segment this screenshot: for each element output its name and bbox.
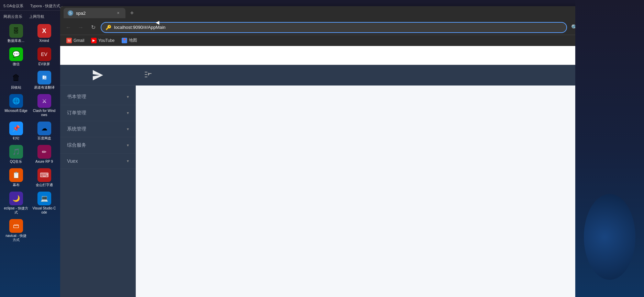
taskbar-item-typora[interactable]: Typora - 快捷方式	[30, 3, 60, 9]
sidebar-item-label-system: 系统管理	[67, 126, 86, 132]
desktop-right	[575, 0, 644, 297]
new-tab-button[interactable]: +	[127, 8, 137, 18]
desktop-icon-dingtalk[interactable]: 📌 钉钉	[3, 120, 29, 142]
tab-title: spa2	[76, 11, 112, 16]
sidebar-item-vuex[interactable]: Vuex ▾	[60, 153, 136, 169]
desktop-icon-recycle[interactable]: 🗑 回收站	[3, 69, 29, 91]
paper-plane-icon	[91, 68, 105, 82]
sidebar-collapse-button[interactable]	[143, 70, 154, 81]
icon-label-navicat: navicat - 快捷方式	[4, 234, 28, 242]
url-text: localhost:9090/#/AppMain	[114, 25, 562, 30]
secure-icon: 🔑	[106, 25, 111, 30]
icon-label-wechat: 微信	[13, 62, 20, 66]
icon-label-ev: EV录屏	[38, 62, 50, 66]
svg-marker-5	[148, 72, 149, 76]
desktop-icon-jinshan[interactable]: ⌨ 金山打字通	[31, 167, 57, 189]
browser-tab-active[interactable]: S spa2 ×	[64, 8, 125, 18]
map-favicon: 📍	[122, 38, 127, 43]
taskbar-item-music[interactable]: 网易云音乐	[3, 14, 22, 19]
icon-label-qqmusic: QQ音乐	[10, 160, 22, 164]
taskbar-item-nav[interactable]: 上网导航	[29, 14, 44, 19]
icon-label-axure: Axure RP 9	[35, 160, 53, 164]
icon-label-db: 数据库表...	[8, 39, 24, 43]
svg-marker-0	[93, 70, 103, 80]
browser-window: S spa2 × + ⌄ ─ □ × ← → ↻ 🔑 localhost:909…	[60, 6, 644, 297]
desktop-icon-navicat[interactable]: 🗃 navicat - 快捷方式	[3, 218, 29, 243]
tab-favicon: S	[68, 10, 73, 16]
sidebar-item-label-vuex: Vuex	[67, 158, 78, 164]
title-bar: S spa2 × + ⌄ ─ □ ×	[60, 6, 644, 20]
collapse-icon	[145, 72, 152, 79]
chevron-down-icon-system: ▾	[127, 127, 129, 132]
desktop-icon-wechat[interactable]: 💬 微信	[3, 46, 29, 68]
nav-bar: ← → ↻ 🔑 localhost:9090/#/AppMain 🔍 ↗ ☆ ▣	[60, 20, 644, 35]
forward-button[interactable]: →	[76, 23, 86, 32]
web-content: 书本管理 ▾ 订单管理 ▾ 系统管理 ▾ 综合服务 ▾	[60, 46, 644, 297]
chevron-down-icon-services: ▾	[127, 143, 129, 148]
forward-icon: →	[78, 24, 84, 31]
icon-label-dingtalk: 钉钉	[13, 136, 20, 140]
app-main-header: 超级管理员 ▾	[136, 65, 644, 85]
sidebar-item-comprehensive-services[interactable]: 综合服务 ▾	[60, 137, 136, 153]
sidebar-nav: 书本管理 ▾ 订单管理 ▾ 系统管理 ▾ 综合服务 ▾	[60, 85, 136, 297]
desktop-icon-mubu[interactable]: 📋 幕布	[3, 167, 29, 189]
bookmark-youtube-label: YouTube	[98, 38, 114, 43]
chevron-down-icon-order: ▾	[127, 111, 129, 115]
chevron-down-icon-vuex: ▾	[127, 159, 129, 163]
icon-label-mubu: 幕布	[13, 183, 20, 187]
icon-label-recycle: 回收站	[11, 85, 21, 90]
desktop-left: 5.OA会议系 Typora - 快捷方式 网易云音乐 上网导航 🗄 数据库表.…	[0, 0, 60, 297]
svg-rect-1	[145, 72, 147, 72]
bookmark-map-label: 地图	[129, 37, 137, 43]
icon-label-jinshan: 金山打字通	[36, 183, 53, 187]
chevron-down-icon-book: ▾	[127, 94, 129, 99]
desktop-icon-db[interactable]: 🗄 数据库表...	[3, 23, 29, 44]
icon-label-edge: Microsoft Edge	[4, 109, 27, 113]
sidebar-item-label-book: 书本管理	[67, 94, 86, 100]
sidebar-logo	[60, 65, 136, 85]
gmail-favicon: M	[66, 38, 72, 43]
bookmark-gmail-label: Gmail	[74, 38, 84, 43]
desktop-icon-edge[interactable]: 🌐 Microsoft Edge	[3, 93, 29, 118]
icon-label-clash: Clash for Windows	[32, 109, 56, 117]
svg-rect-2	[145, 74, 147, 75]
tab-area: S spa2 × +	[64, 8, 604, 18]
icon-label-baidu: 百度网盘	[37, 136, 51, 140]
bookmark-youtube[interactable]: ▶ YouTube	[88, 37, 117, 44]
tab-close-button[interactable]: ×	[115, 10, 121, 16]
desktop-icons: 🗄 数据库表... X Xmind 💬 微信 EV EV录屏 🗑	[0, 21, 60, 245]
desktop-icon-vscode[interactable]: 💻 Visual Studio Code	[31, 190, 57, 216]
taskbar-item-oa[interactable]: 5.OA会议系	[3, 3, 23, 9]
desktop-icon-translate[interactable]: 翻 易道有道翻译	[31, 69, 57, 91]
svg-rect-4	[149, 73, 152, 74]
app-sidebar: 书本管理 ▾ 订单管理 ▾ 系统管理 ▾ 综合服务 ▾	[60, 65, 136, 297]
taskbar-top2: 网易云音乐 上网导航	[0, 12, 60, 21]
sidebar-item-label-services: 综合服务	[67, 142, 86, 148]
desktop-icon-axure[interactable]: ✏ Axure RP 9	[31, 144, 57, 165]
bookmark-map[interactable]: 📍 地图	[119, 36, 140, 44]
sidebar-item-book-management[interactable]: 书本管理 ▾	[60, 89, 136, 105]
bookmark-gmail[interactable]: M Gmail	[64, 37, 87, 44]
desktop-icon-xmind[interactable]: X Xmind	[31, 23, 57, 44]
refresh-icon: ↻	[91, 24, 96, 31]
sidebar-item-order-management[interactable]: 订单管理 ▾	[60, 105, 136, 121]
desktop-icon-qqmusic[interactable]: 🎵 QQ音乐	[3, 144, 29, 165]
app-header-strip	[60, 46, 644, 65]
icon-label-xmind: Xmind	[39, 39, 49, 43]
icon-label-vscode: Visual Studio Code	[32, 206, 56, 215]
sidebar-item-label-order: 订单管理	[67, 110, 86, 116]
desktop-icon-baidu[interactable]: ☁ 百度网盘	[31, 120, 57, 142]
refresh-button[interactable]: ↻	[88, 23, 98, 32]
desktop-icon-clash[interactable]: ⚔ Clash for Windows	[31, 93, 57, 118]
sidebar-item-system-management[interactable]: 系统管理 ▾	[60, 121, 136, 137]
main-area: 超级管理员 ▾	[136, 65, 644, 297]
address-bar[interactable]: 🔑 localhost:9090/#/AppMain	[101, 22, 567, 33]
globe-decoration	[584, 194, 635, 280]
youtube-favicon: ▶	[91, 38, 97, 43]
back-button[interactable]: ←	[64, 23, 73, 32]
desktop-icon-ev[interactable]: EV EV录屏	[31, 46, 57, 68]
desktop-icon-eclipse[interactable]: 🌙 eclipse - 快捷方式	[3, 190, 29, 216]
app-main-content	[136, 85, 644, 297]
taskbar-top: 5.OA会议系 Typora - 快捷方式	[0, 2, 60, 11]
icon-label-eclipse: eclipse - 快捷方式	[4, 206, 28, 215]
